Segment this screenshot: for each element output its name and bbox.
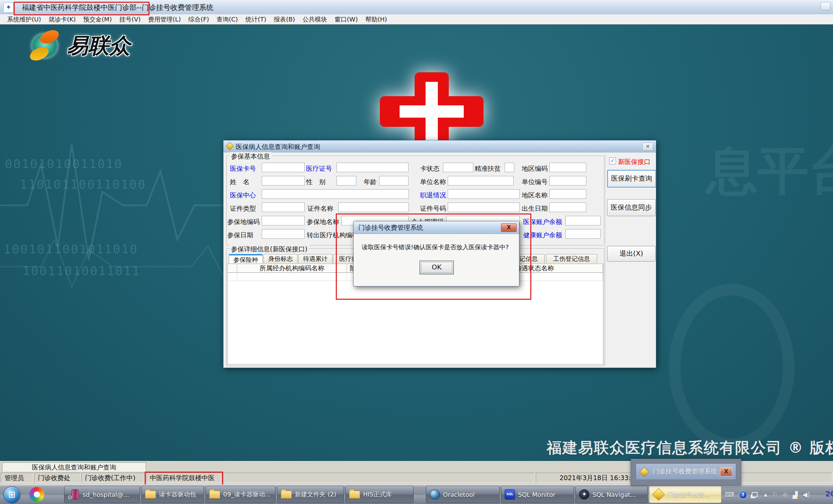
- input-cbdbm[interactable]: [262, 216, 305, 225]
- exit-button[interactable]: 退出(X): [607, 246, 656, 262]
- app-diamond-icon: [652, 488, 665, 501]
- taskbar-item-outpatient-app[interactable]: 门诊挂号收费...: [649, 486, 721, 503]
- error-ok-button[interactable]: OK: [420, 261, 454, 274]
- app-icon: ✦: [3, 2, 14, 13]
- status-department: 门诊收费处: [34, 473, 81, 483]
- window-stack-icon[interactable]: [752, 492, 758, 497]
- menu-query[interactable]: 查询(C): [213, 14, 242, 25]
- taskbar-item-oracletool[interactable]: Oracletool: [426, 486, 500, 503]
- error-dialog: 门诊挂号收费管理系统 X 读取医保卡号错误!确认医保卡是否放入医保读卡器中? O…: [353, 221, 519, 286]
- status-empty: [222, 473, 535, 483]
- label-nl: 年龄: [364, 178, 377, 187]
- input-kzt[interactable]: [443, 163, 473, 172]
- tab-insurance-type[interactable]: 参保险种: [229, 254, 263, 263]
- menu-window[interactable]: 窗口(W): [331, 14, 362, 25]
- input-xb[interactable]: [336, 176, 356, 186]
- input-nl[interactable]: [379, 176, 408, 186]
- error-dialog-titlebar[interactable]: 门诊挂号收费管理系统 X: [354, 221, 519, 234]
- taskbar-item-new-folder[interactable]: 新建文件夹 (2): [277, 486, 344, 503]
- taskbar-item-card-driver-pack[interactable]: 读卡器驱动包: [141, 486, 204, 503]
- input-zjlx[interactable]: [262, 203, 305, 212]
- copyright-text: 福建易联众医疗信息系统有限公司 ® 版权所有: [547, 438, 833, 458]
- label-cbdmc: 参保地名称: [307, 218, 339, 226]
- label-kzt: 卡状态: [420, 164, 440, 173]
- menu-fee[interactable]: 费用管理(L): [144, 14, 185, 25]
- window-title: 福建省中医药科学院鼓楼中医门诊部--门诊挂号收费管理系统: [22, 3, 213, 12]
- label-zjmc: 证件名称: [307, 204, 333, 213]
- label-jkzhye: 健康账户余额: [523, 231, 562, 240]
- dialog-titlebar[interactable]: 医保病人信息查询和账户查询 ✕: [224, 140, 656, 152]
- tab-work-injury-info[interactable]: 工伤登记信息: [546, 254, 597, 263]
- help-icon[interactable]: ?: [739, 491, 747, 499]
- label-csrq: 出生日期: [522, 204, 548, 213]
- input-cbrq[interactable]: [262, 229, 305, 239]
- start-button[interactable]: ⊞: [3, 486, 20, 503]
- taskbar-item-card-driver-09[interactable]: 09_读卡器驱动...: [205, 486, 276, 503]
- floating-app-bar[interactable]: 门诊挂号收费管理系统 X: [636, 463, 736, 480]
- menu-prepay[interactable]: 预交金(M): [80, 14, 116, 25]
- keyboard-icon[interactable]: ⌨: [725, 491, 734, 498]
- swipe-query-button[interactable]: 医保刷卡查询: [607, 170, 656, 188]
- menu-report[interactable]: 报表(B): [270, 14, 299, 25]
- menu-composite[interactable]: 综合(F): [185, 14, 213, 25]
- label-ybzhye: 医保账户余额: [523, 218, 562, 226]
- input-dqmc[interactable]: [549, 189, 586, 199]
- window-control-button[interactable]: [821, 2, 830, 10]
- mdi-background: 00101010011010 110101100110100 100101100…: [0, 25, 833, 461]
- compass-icon: ✦: [579, 489, 589, 500]
- label-jzfp: 精准扶贫: [475, 164, 501, 173]
- input-jzfp[interactable]: [505, 163, 514, 172]
- input-ybzhye[interactable]: [565, 216, 601, 225]
- input-csrq[interactable]: [549, 203, 586, 212]
- speaker-icon[interactable]: ◀): [802, 491, 810, 498]
- input-ybkh[interactable]: [262, 163, 305, 172]
- red-cross-graphic: [380, 72, 484, 151]
- menu-help[interactable]: 帮助(H): [361, 14, 391, 25]
- input-ylzh[interactable]: [336, 163, 408, 172]
- taskbar-item-sql-navigator[interactable]: ✦ SQL Navigat...: [575, 486, 648, 503]
- label-zcyljgbm: 转出医疗机构编码: [307, 231, 359, 240]
- tab-benefit-total[interactable]: 待遇累计: [298, 254, 332, 263]
- sql-monitor-icon: SQL: [505, 489, 515, 500]
- taskbar-clock[interactable]: 20: [825, 490, 833, 498]
- taskbar-item-sd-hospital[interactable]: ⚙ sd_hospital@...: [64, 486, 140, 503]
- menu-register[interactable]: 挂号(V): [116, 14, 144, 25]
- menu-system[interactable]: 系统维护(U): [3, 14, 45, 25]
- label-ybkh: 医保卡号: [230, 164, 256, 173]
- sync-info-button[interactable]: 医保信息同步: [607, 199, 656, 216]
- menu-public[interactable]: 公共模块: [299, 14, 331, 25]
- menu-card[interactable]: 就诊卡(K): [45, 14, 80, 25]
- input-dwbh[interactable]: [549, 176, 586, 186]
- input-ybzx[interactable]: [262, 189, 409, 199]
- new-interface-checkbox[interactable]: ✓: [609, 158, 616, 164]
- taskbar-item-his-db[interactable]: HIS正式库: [345, 486, 414, 503]
- floating-app-title: 门诊挂号收费管理系统: [652, 467, 717, 476]
- input-ztqk[interactable]: [448, 189, 520, 199]
- network-warning-icon[interactable]: ▟⚠: [793, 491, 798, 499]
- input-dqbm[interactable]: [549, 163, 586, 172]
- menu-bar: 系统维护(U) 就诊卡(K) 预交金(M) 挂号(V) 费用管理(L) 综合(F…: [0, 14, 833, 25]
- input-zjmc[interactable]: [338, 203, 409, 212]
- input-zjhm[interactable]: [448, 203, 520, 212]
- input-jkzhye[interactable]: [565, 229, 601, 239]
- document-tab[interactable]: 医保病人信息查询和账户查询: [2, 462, 146, 472]
- input-dwmc[interactable]: [448, 176, 514, 186]
- taskbar-item-sql-monitor[interactable]: SQL SQL Monitor: [501, 486, 574, 503]
- action-center-flag-icon[interactable]: ⚐: [772, 491, 778, 498]
- power-plug-icon[interactable]: ⎆: [782, 491, 788, 498]
- tab-identity-flag[interactable]: 身份标志: [263, 254, 298, 263]
- show-hidden-icons-arrow[interactable]: ▲: [764, 492, 767, 497]
- label-ylzh: 医疗证号: [306, 164, 332, 173]
- label-zjhm: 证件号码: [420, 204, 446, 213]
- grid-header-selector: [228, 264, 237, 273]
- status-hospital: 中医药科学院鼓楼中医: [146, 473, 221, 483]
- dialog-title: 医保病人信息查询和账户查询: [236, 143, 320, 151]
- menu-stats[interactable]: 统计(T): [242, 14, 270, 25]
- floating-app-panel[interactable]: 门诊挂号收费管理系统 X: [631, 459, 741, 486]
- color-wheel-app-icon[interactable]: [29, 487, 44, 502]
- input-xm[interactable]: [262, 176, 305, 186]
- label-dwbh: 单位编号: [522, 178, 548, 187]
- floating-app-close-button[interactable]: X: [720, 467, 732, 476]
- error-dialog-close-button[interactable]: X: [501, 223, 517, 232]
- dialog-close-button[interactable]: ✕: [642, 143, 653, 151]
